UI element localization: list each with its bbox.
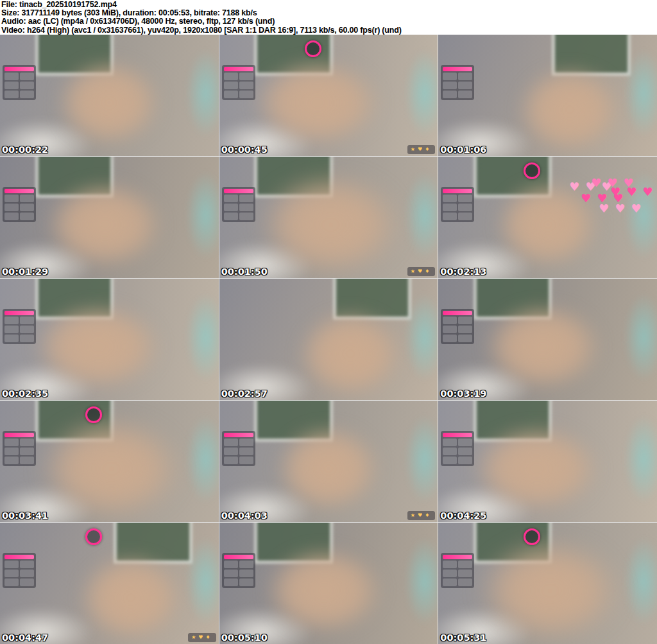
blurred-frame-content bbox=[232, 44, 403, 156]
tip-menu-cell bbox=[443, 204, 457, 211]
tip-menu-cell bbox=[443, 213, 457, 220]
tip-menu-cell bbox=[458, 317, 472, 324]
blurred-frame-content bbox=[452, 410, 622, 522]
tip-menu-cell bbox=[4, 457, 19, 464]
video-thumbnail[interactable]: 00:02:13 bbox=[438, 157, 657, 278]
tip-menu-cell bbox=[20, 73, 34, 80]
video-thumbnail[interactable]: 00:00:45 bbox=[219, 35, 438, 156]
tip-menu-header-bar bbox=[443, 189, 472, 193]
goal-icons-strip bbox=[407, 511, 436, 520]
tip-menu-header-bar bbox=[4, 67, 34, 71]
led-glow-shape bbox=[186, 293, 219, 381]
tip-menu-panel bbox=[3, 309, 36, 344]
led-glow-shape bbox=[624, 415, 657, 503]
video-thumbnail[interactable]: 00:05:10 bbox=[219, 523, 438, 644]
tip-menu-cells bbox=[4, 195, 34, 220]
tip-menu-cell bbox=[458, 195, 472, 202]
tip-menu-panel bbox=[441, 431, 474, 466]
blurred-frame-content bbox=[280, 295, 420, 400]
blurred-frame-content bbox=[465, 288, 622, 400]
blurred-frame-content bbox=[13, 288, 183, 400]
tip-menu-cell bbox=[4, 439, 19, 446]
video-thumbnail[interactable]: 00:02:35 bbox=[0, 279, 219, 400]
video-thumbnail[interactable]: 00:02:57 bbox=[219, 279, 438, 400]
tip-menu-cell bbox=[20, 457, 34, 464]
tip-menu-cell bbox=[4, 317, 19, 324]
tip-menu-cell bbox=[239, 91, 253, 98]
tip-menu-cell bbox=[443, 91, 457, 98]
timestamp-overlay: 00:04:25 bbox=[440, 510, 486, 521]
tip-menu-cells bbox=[443, 561, 472, 586]
timestamp-overlay: 00:00:45 bbox=[221, 144, 268, 155]
tip-menu-cell bbox=[458, 82, 472, 89]
timestamp-overlay: 00:01:50 bbox=[221, 266, 268, 277]
led-glow-shape bbox=[186, 171, 219, 259]
video-thumbnail[interactable]: 00:04:47 bbox=[0, 523, 219, 644]
video-thumbnail[interactable]: 00:01:50 bbox=[219, 157, 438, 278]
tip-menu-cell bbox=[4, 579, 19, 586]
tip-menu-cell bbox=[239, 73, 253, 80]
tip-menu-header-bar bbox=[443, 67, 472, 71]
goal-icons-strip bbox=[407, 145, 436, 154]
blurred-frame-content bbox=[456, 523, 644, 644]
tip-menu-cells bbox=[4, 73, 34, 98]
blurred-frame-content bbox=[17, 401, 205, 522]
led-glow-shape bbox=[624, 293, 657, 381]
goal-icons-strip bbox=[188, 633, 216, 642]
tip-menu-cell bbox=[458, 91, 472, 98]
tip-menu-header-bar bbox=[224, 555, 253, 559]
tip-menu-cell bbox=[20, 439, 34, 446]
tip-menu-header-bar bbox=[4, 555, 34, 559]
video-thumbnail[interactable]: 00:05:31 bbox=[438, 523, 657, 644]
tip-menu-cell bbox=[224, 561, 238, 568]
tip-menu-cell bbox=[224, 73, 238, 80]
video-thumbnail[interactable]: 00:04:03 bbox=[219, 401, 438, 522]
tip-menu-cell bbox=[443, 448, 457, 455]
tip-menu-cell bbox=[224, 439, 238, 446]
video-thumbnail[interactable]: 00:04:25 bbox=[438, 401, 657, 522]
tip-menu-cell bbox=[224, 457, 238, 464]
tip-menu-header-bar bbox=[4, 189, 34, 193]
tip-menu-cell bbox=[4, 326, 19, 333]
blurred-frame-content bbox=[259, 410, 398, 522]
tip-menu-cell bbox=[458, 448, 472, 455]
tip-menu-cell bbox=[239, 195, 253, 202]
timestamp-overlay: 00:03:19 bbox=[440, 388, 486, 399]
video-thumbnail[interactable]: 00:03:41 bbox=[0, 401, 219, 522]
audio-info-line: Audio: aac (LC) (mp4a / 0x6134706D), 480… bbox=[1, 17, 654, 26]
timestamp-overlay: 00:02:57 bbox=[221, 388, 268, 399]
tip-menu-cell bbox=[4, 82, 19, 89]
tip-menu-cell bbox=[458, 457, 472, 464]
tip-menu-cell bbox=[443, 457, 457, 464]
tip-menu-header-bar bbox=[224, 189, 253, 193]
tip-menu-panel bbox=[441, 187, 474, 222]
tip-menu-cell bbox=[239, 439, 253, 446]
tip-menu-cells bbox=[443, 73, 472, 98]
tip-menu-cell bbox=[20, 579, 34, 586]
video-thumbnail[interactable]: 00:01:29 bbox=[0, 157, 219, 278]
tip-menu-cell bbox=[4, 561, 19, 568]
tip-menu-cell bbox=[443, 195, 457, 202]
file-metadata-header: File: tinacb_202510191752.mp4 Size: 3177… bbox=[0, 0, 657, 35]
tip-menu-cell bbox=[4, 213, 19, 220]
led-glow-shape bbox=[405, 415, 438, 503]
tip-menu-cell bbox=[239, 448, 253, 455]
tip-menu-panel bbox=[222, 65, 255, 100]
led-glow-shape bbox=[405, 49, 438, 137]
video-thumbnail[interactable]: 00:01:06 bbox=[438, 35, 657, 156]
video-thumbnail[interactable]: 00:03:19 bbox=[438, 279, 657, 400]
tip-menu-cell bbox=[224, 213, 238, 220]
tip-menu-cell bbox=[224, 448, 238, 455]
tip-menu-panel bbox=[3, 187, 36, 222]
tip-menu-cell bbox=[20, 213, 34, 220]
tip-menu-cell bbox=[239, 82, 253, 89]
tip-menu-cell bbox=[239, 457, 253, 464]
video-thumbnail[interactable]: 00:00:22 bbox=[0, 35, 219, 156]
video-info-line: Video: h264 (High) (avc1 / 0x31637661), … bbox=[1, 26, 654, 35]
blurred-frame-content bbox=[500, 51, 640, 156]
tip-menu-cell bbox=[458, 579, 472, 586]
thumbnail-grid: 00:00:22 00:00:45 bbox=[0, 35, 657, 644]
tip-menu-cell bbox=[458, 570, 472, 577]
tip-menu-panel bbox=[441, 65, 474, 100]
timestamp-overlay: 00:04:47 bbox=[2, 632, 48, 643]
